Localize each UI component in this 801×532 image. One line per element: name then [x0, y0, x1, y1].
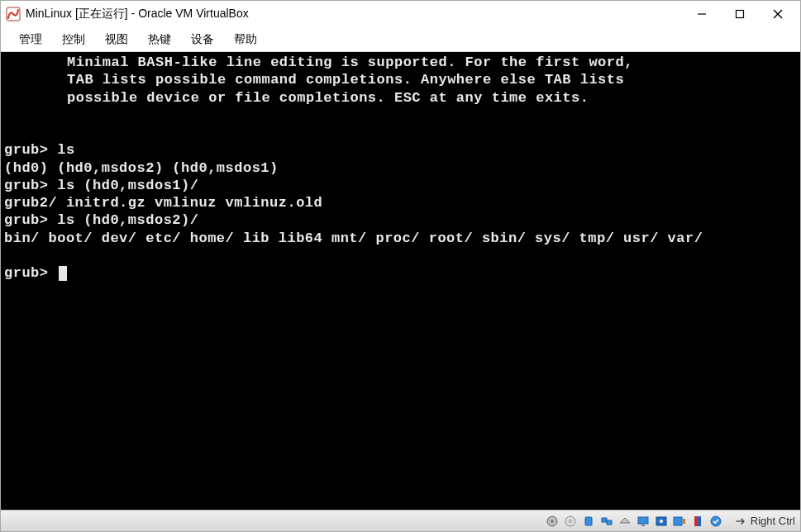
svg-rect-13 [641, 525, 645, 526]
minimize-button[interactable] [683, 1, 721, 27]
usb-icon[interactable] [580, 514, 597, 529]
svg-rect-12 [638, 517, 648, 524]
window-controls [683, 1, 797, 27]
status-icons [544, 514, 724, 529]
grub-prompt-line: grub> ls [4, 142, 75, 158]
window-title: MinLinux [正在运行] - Oracle VM VirtualBox [26, 7, 683, 21]
menu-devices[interactable]: 设备 [181, 29, 224, 50]
grub-prompt-line: grub> ls (hd0,msdos1)/ [4, 178, 198, 193]
svg-point-8 [569, 520, 571, 522]
svg-rect-18 [694, 516, 698, 526]
display-icon[interactable] [635, 514, 651, 529]
menu-help[interactable]: 帮助 [224, 29, 267, 50]
svg-rect-2 [737, 11, 744, 18]
svg-point-6 [551, 520, 553, 522]
menu-control[interactable]: 控制 [52, 29, 95, 50]
virtualbox-icon [6, 7, 21, 21]
shared-folder-icon[interactable] [617, 514, 633, 529]
hostkey-label: Right Ctrl [751, 515, 795, 527]
console-output-line: (hd0) (hd0,msdos2) (hd0,msdos1) [4, 160, 279, 176]
optical-disk-icon[interactable] [562, 514, 579, 529]
svg-rect-11 [607, 520, 612, 525]
svg-rect-9 [585, 517, 592, 525]
grub-prompt-line: grub> ls (hd0,msdos2)/ [4, 212, 198, 228]
console-intro-line: Minimal BASH-like line editing is suppor… [4, 54, 797, 71]
statusbar: Right Ctrl [1, 510, 800, 531]
svg-rect-10 [602, 518, 607, 522]
console-output-line: bin/ boot/ dev/ etc/ home/ lib lib64 mnt… [4, 230, 703, 246]
grub-prompt-line: grub> [4, 265, 57, 281]
keyboard-capture-icon[interactable] [708, 514, 724, 529]
menu-manage[interactable]: 管理 [9, 29, 52, 50]
svg-rect-16 [674, 517, 682, 525]
close-button[interactable] [759, 1, 797, 27]
hostkey-arrow-icon [734, 515, 747, 528]
console-output-line: grub2/ initrd.gz vmlinuz vmlinuz.old [4, 195, 322, 211]
console-intro-line: possible device or file completions. ESC… [4, 89, 797, 107]
hard-disk-icon[interactable] [544, 514, 560, 529]
maximize-button[interactable] [721, 1, 759, 27]
vm-console[interactable]: Minimal BASH-like line editing is suppor… [1, 52, 800, 510]
recording-icon[interactable] [653, 514, 670, 529]
svg-point-15 [660, 520, 663, 523]
svg-rect-19 [698, 516, 701, 526]
menu-view[interactable]: 视图 [95, 29, 138, 50]
audio-icon[interactable] [671, 514, 688, 529]
hostkey-indicator[interactable]: Right Ctrl [729, 515, 795, 528]
network-icon[interactable] [598, 514, 615, 529]
mouse-integration-icon[interactable] [689, 514, 706, 529]
text-cursor [59, 266, 67, 281]
menubar: 管理 控制 视图 热键 设备 帮助 [1, 27, 800, 52]
svg-rect-17 [683, 519, 685, 524]
window-titlebar: MinLinux [正在运行] - Oracle VM VirtualBox [1, 1, 800, 27]
menu-hotkeys[interactable]: 热键 [138, 29, 181, 50]
console-intro-line: TAB lists possible command completions. … [4, 71, 797, 88]
